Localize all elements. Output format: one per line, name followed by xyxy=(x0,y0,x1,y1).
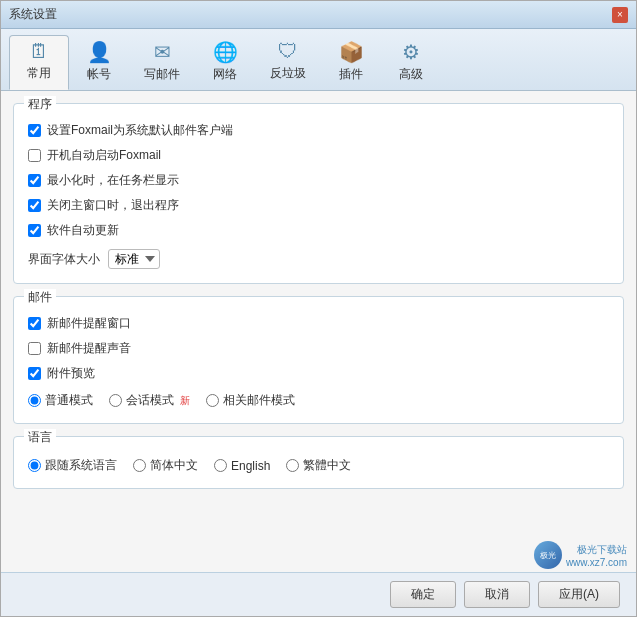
checkbox-mail-notify-window[interactable] xyxy=(28,317,41,330)
tab-plugin[interactable]: 📦 插件 xyxy=(321,35,381,90)
mail-checkbox-row-2: 附件预览 xyxy=(28,365,609,382)
font-size-label: 界面字体大小 xyxy=(28,251,100,268)
radio-lang-system-label: 跟随系统语言 xyxy=(45,457,117,474)
radio-lang-system[interactable]: 跟随系统语言 xyxy=(28,457,117,474)
new-badge: 新 xyxy=(180,394,190,408)
cancel-button[interactable]: 取消 xyxy=(464,581,530,608)
radio-lang-zh-tw[interactable]: 繁體中文 xyxy=(286,457,351,474)
radio-lang-zh-tw-input[interactable] xyxy=(286,459,299,472)
tab-account-icon: 👤 xyxy=(87,40,112,64)
tab-compose[interactable]: ✉ 写邮件 xyxy=(129,35,195,90)
tab-advanced-icon: ⚙ xyxy=(402,40,420,64)
checkbox-row-3: 关闭主窗口时，退出程序 xyxy=(28,197,609,214)
radio-lang-zh-cn-label: 简体中文 xyxy=(150,457,198,474)
language-radio-row: 跟随系统语言 简体中文 English 繁體中文 xyxy=(28,457,609,474)
radio-conversation-label: 会话模式 xyxy=(126,392,174,409)
checkbox-minimize-tray[interactable] xyxy=(28,174,41,187)
tab-spam-label: 反垃圾 xyxy=(270,65,306,82)
mail-mode-radio-row: 普通模式 会话模式 新 相关邮件模式 xyxy=(28,392,609,409)
tab-general[interactable]: 🗓 常用 xyxy=(9,35,69,90)
radio-lang-en-input[interactable] xyxy=(214,459,227,472)
tab-spam-icon: 🛡 xyxy=(278,40,298,63)
mail-checkbox-row-0: 新邮件提醒窗口 xyxy=(28,315,609,332)
confirm-button[interactable]: 确定 xyxy=(390,581,456,608)
checkbox-label-0: 设置Foxmail为系统默认邮件客户端 xyxy=(47,122,233,139)
tab-account-label: 帐号 xyxy=(87,66,111,83)
language-section-title: 语言 xyxy=(24,429,56,446)
mail-section-title: 邮件 xyxy=(24,289,56,306)
main-window: 系统设置 × 🗓 常用 👤 帐号 ✉ 写邮件 🌐 网络 🛡 反垃圾 📦 插件 xyxy=(0,0,637,617)
tab-network[interactable]: 🌐 网络 xyxy=(195,35,255,90)
checkbox-row-4: 软件自动更新 xyxy=(28,222,609,239)
checkbox-close-exit[interactable] xyxy=(28,199,41,212)
radio-lang-en[interactable]: English xyxy=(214,459,270,473)
radio-normal-mode[interactable]: 普通模式 xyxy=(28,392,93,409)
checkbox-row-2: 最小化时，在任务栏显示 xyxy=(28,172,609,189)
checkbox-row-0: 设置Foxmail为系统默认邮件客户端 xyxy=(28,122,609,139)
checkbox-auto-update[interactable] xyxy=(28,224,41,237)
checkbox-default-client[interactable] xyxy=(28,124,41,137)
tab-compose-label: 写邮件 xyxy=(144,66,180,83)
tab-compose-icon: ✉ xyxy=(154,40,171,64)
program-section-title: 程序 xyxy=(24,96,56,113)
radio-conversation-mode[interactable]: 会话模式 新 xyxy=(109,392,190,409)
mail-checkbox-row-1: 新邮件提醒声音 xyxy=(28,340,609,357)
tab-bar: 🗓 常用 👤 帐号 ✉ 写邮件 🌐 网络 🛡 反垃圾 📦 插件 ⚙ 高级 xyxy=(1,29,636,91)
radio-lang-zh-cn[interactable]: 简体中文 xyxy=(133,457,198,474)
radio-conversation-input[interactable] xyxy=(109,394,122,407)
tab-plugin-icon: 📦 xyxy=(339,40,364,64)
tab-general-label: 常用 xyxy=(27,65,51,82)
language-section: 语言 跟随系统语言 简体中文 English xyxy=(13,436,624,489)
radio-lang-system-input[interactable] xyxy=(28,459,41,472)
checkbox-label-1: 开机自动启动Foxmail xyxy=(47,147,161,164)
radio-lang-zh-cn-input[interactable] xyxy=(133,459,146,472)
footer: 确定 取消 应用(A) xyxy=(1,572,636,616)
tab-network-icon: 🌐 xyxy=(213,40,238,64)
tab-plugin-label: 插件 xyxy=(339,66,363,83)
tab-advanced-label: 高级 xyxy=(399,66,423,83)
checkbox-autostart[interactable] xyxy=(28,149,41,162)
tab-account[interactable]: 👤 帐号 xyxy=(69,35,129,90)
mail-checkbox-label-0: 新邮件提醒窗口 xyxy=(47,315,131,332)
close-button[interactable]: × xyxy=(612,7,628,23)
radio-lang-zh-tw-label: 繁體中文 xyxy=(303,457,351,474)
radio-related-input[interactable] xyxy=(206,394,219,407)
tab-general-icon: 🗓 xyxy=(29,40,49,63)
program-section: 程序 设置Foxmail为系统默认邮件客户端 开机自动启动Foxmail 最小化… xyxy=(13,103,624,284)
content-area: 程序 设置Foxmail为系统默认邮件客户端 开机自动启动Foxmail 最小化… xyxy=(1,91,636,572)
radio-normal-input[interactable] xyxy=(28,394,41,407)
apply-button[interactable]: 应用(A) xyxy=(538,581,620,608)
radio-lang-en-label: English xyxy=(231,459,270,473)
tab-spam[interactable]: 🛡 反垃圾 xyxy=(255,35,321,90)
checkbox-label-4: 软件自动更新 xyxy=(47,222,119,239)
tab-advanced[interactable]: ⚙ 高级 xyxy=(381,35,441,90)
radio-related-label: 相关邮件模式 xyxy=(223,392,295,409)
mail-checkbox-label-2: 附件预览 xyxy=(47,365,95,382)
window-title: 系统设置 xyxy=(9,6,612,23)
checkbox-label-3: 关闭主窗口时，退出程序 xyxy=(47,197,179,214)
radio-related-mode[interactable]: 相关邮件模式 xyxy=(206,392,295,409)
mail-checkbox-label-1: 新邮件提醒声音 xyxy=(47,340,131,357)
mail-section: 邮件 新邮件提醒窗口 新邮件提醒声音 附件预览 普通模式 xyxy=(13,296,624,424)
checkbox-label-2: 最小化时，在任务栏显示 xyxy=(47,172,179,189)
tab-network-label: 网络 xyxy=(213,66,237,83)
font-size-row: 界面字体大小 标准 大 小 xyxy=(28,249,609,269)
title-bar: 系统设置 × xyxy=(1,1,636,29)
checkbox-row-1: 开机自动启动Foxmail xyxy=(28,147,609,164)
radio-normal-label: 普通模式 xyxy=(45,392,93,409)
font-size-select[interactable]: 标准 大 小 xyxy=(108,249,160,269)
checkbox-mail-notify-sound[interactable] xyxy=(28,342,41,355)
checkbox-attachment-preview[interactable] xyxy=(28,367,41,380)
